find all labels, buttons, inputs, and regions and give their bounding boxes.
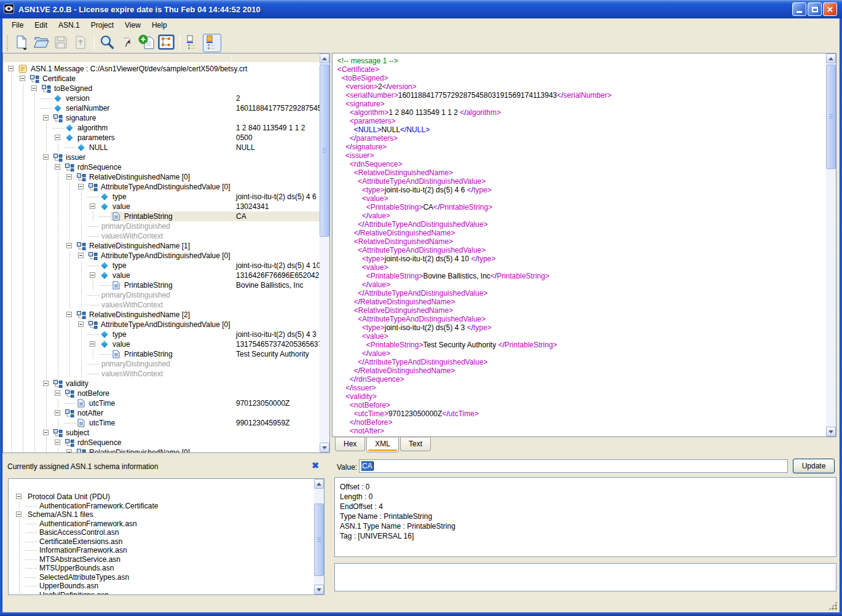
- tree-row[interactable]: issuer: [3, 152, 320, 162]
- tree-row[interactable]: subject: [3, 428, 320, 438]
- menu-file[interactable]: File: [6, 20, 29, 31]
- menu-project[interactable]: Project: [85, 20, 119, 31]
- tree-row[interactable]: notBefore: [3, 389, 320, 398]
- tab-xml[interactable]: XML: [366, 437, 399, 452]
- schema-row[interactable]: UpperBounds.asn: [9, 582, 313, 591]
- tree-row[interactable]: RelativeDistinguishedName [1]: [3, 241, 320, 251]
- schema-row[interactable]: MTSUpperBounds.asn: [9, 564, 313, 573]
- tree-expander-minus[interactable]: [87, 339, 99, 349]
- tree-expander-minus[interactable]: [76, 251, 87, 261]
- tree-row[interactable]: PrintableStringCA: [3, 211, 320, 221]
- tree-row[interactable]: utcTime970123050000Z: [3, 398, 320, 408]
- schema-row[interactable]: CertificateExtensions.asn: [9, 537, 313, 547]
- goto-marker-button[interactable]: [117, 34, 136, 52]
- tree-row[interactable]: rdnSequence: [3, 162, 320, 172]
- tree-row[interactable]: value1316426F76696E6520426...: [3, 270, 320, 280]
- tree-expander-minus[interactable]: [41, 113, 52, 123]
- tree-scrollbar[interactable]: [320, 53, 329, 452]
- tree-expander-minus[interactable]: [52, 389, 64, 398]
- tree-row[interactable]: rdnSequence: [3, 438, 320, 448]
- schema-row[interactable]: Protocol Data Unit (PDU): [9, 492, 313, 502]
- tree-expander-minus[interactable]: [52, 408, 64, 418]
- tree-row[interactable]: Certificate: [3, 74, 320, 84]
- tree-row[interactable]: version2: [3, 93, 320, 103]
- tree-row[interactable]: RelativeDistinguishedName [0]: [3, 448, 320, 452]
- scroll-up-icon[interactable]: [826, 53, 836, 63]
- tree-row[interactable]: validity: [3, 379, 320, 389]
- schema-row[interactable]: MTSAbstractService.asn: [9, 555, 313, 564]
- tree-row[interactable]: typejoint-iso-itu-t(2) ds(5) 4 6: [3, 192, 320, 202]
- scroll-up-icon[interactable]: [314, 479, 324, 489]
- tree-expander-minus[interactable]: [6, 64, 17, 74]
- scroll-thumb[interactable]: [314, 503, 324, 576]
- expand-tree-button[interactable]: [203, 34, 221, 52]
- tree-row[interactable]: valuesWithContext: [3, 369, 320, 379]
- scroll-down-icon[interactable]: [826, 427, 836, 436]
- tree-row[interactable]: RelativeDistinguishedName [0]: [3, 172, 320, 182]
- tree-row[interactable]: NULLNULL: [3, 143, 320, 152]
- tree-row[interactable]: serialNumber160118841775729287545...: [3, 103, 320, 113]
- column-splitter[interactable]: [231, 55, 232, 61]
- maximize-button[interactable]: [808, 2, 822, 16]
- menu-asn-1[interactable]: ASN.1: [53, 20, 85, 31]
- tree-expander-minus[interactable]: [41, 428, 52, 438]
- tree-row[interactable]: value13024341: [3, 202, 320, 211]
- menu-edit[interactable]: Edit: [29, 20, 53, 31]
- tree-view-button[interactable]: [157, 34, 175, 52]
- schema-close-button[interactable]: ✖: [310, 460, 321, 471]
- tree-expander-minus[interactable]: [29, 84, 41, 93]
- tree-row[interactable]: toBeSigned: [3, 84, 320, 93]
- schema-row[interactable]: BasicAccessControl.asn: [9, 528, 313, 537]
- tree-row[interactable]: valuesWithContext: [3, 231, 320, 241]
- close-button[interactable]: ✕: [823, 2, 837, 16]
- tree-row[interactable]: typejoint-iso-itu-t(2) ds(5) 4 3: [3, 330, 320, 339]
- update-button[interactable]: Update: [793, 459, 835, 473]
- toolbar-handle[interactable]: [6, 35, 9, 51]
- schema-scrollbar[interactable]: [314, 479, 324, 594]
- tree-expander-minus[interactable]: [87, 270, 99, 280]
- tree-row[interactable]: AttributeTypeAndDistinguishedValue [0]: [3, 182, 320, 192]
- scroll-down-icon[interactable]: [314, 585, 324, 594]
- scroll-thumb[interactable]: [826, 65, 836, 169]
- tree-row[interactable]: valuesWithContext: [3, 300, 320, 310]
- tree-row[interactable]: AttributeTypeAndDistinguishedValue [0]: [3, 320, 320, 330]
- save-as-button[interactable]: [71, 34, 90, 52]
- tree-row[interactable]: primaryDistinguished: [3, 290, 320, 300]
- scroll-down-icon[interactable]: [320, 443, 329, 452]
- collapse-tree-button[interactable]: [183, 34, 202, 52]
- menu-view[interactable]: View: [119, 20, 146, 31]
- minimize-button[interactable]: [792, 2, 806, 16]
- new-file-button[interactable]: [12, 34, 31, 52]
- tree-expander-minus[interactable]: [52, 438, 64, 448]
- search-button[interactable]: [98, 34, 116, 52]
- tree-expander-minus[interactable]: [76, 182, 87, 192]
- tree-row[interactable]: primaryDistinguished: [3, 221, 320, 231]
- tab-text[interactable]: Text: [400, 437, 431, 451]
- tree-row[interactable]: AttributeTypeAndDistinguishedValue [0]: [3, 251, 320, 261]
- resize-grip-icon[interactable]: [828, 601, 837, 610]
- tree-row[interactable]: signature: [3, 113, 320, 123]
- save-file-button[interactable]: [52, 34, 70, 52]
- tree-row[interactable]: parameters0500: [3, 133, 320, 143]
- tree-expander-minus[interactable]: [52, 162, 64, 172]
- schema-row[interactable]: AuthenticationFramework.asn: [9, 519, 313, 529]
- tree-row[interactable]: PrintableStringTest Security Authority: [3, 349, 320, 359]
- tree-row[interactable]: primaryDistinguished: [3, 359, 320, 369]
- tree-row[interactable]: ASN.1 Message : C:/Asn1ViewerQt/dev/samp…: [3, 64, 320, 74]
- title-bar[interactable]: ASN1VE 2.0.B - License expire date is Th…: [0, 0, 842, 18]
- schema-row[interactable]: SelectedAttributeTypes.asn: [9, 573, 313, 582]
- tree-expander-minus[interactable]: [14, 510, 25, 519]
- open-file-button[interactable]: [32, 34, 50, 52]
- tree-row[interactable]: value131754657374205365637...: [3, 339, 320, 349]
- tree-expander-minus[interactable]: [76, 320, 87, 330]
- xml-scrollbar[interactable]: [826, 53, 836, 436]
- tree-row[interactable]: utcTime990123045959Z: [3, 418, 320, 428]
- tree-expander-minus[interactable]: [52, 133, 64, 143]
- scroll-up-icon[interactable]: [320, 53, 329, 63]
- tree-expander-minus[interactable]: [14, 492, 25, 502]
- tree-expander-minus[interactable]: [64, 172, 76, 182]
- schema-row[interactable]: Schema/ASN.1 files: [9, 510, 313, 519]
- value-input[interactable]: CA: [359, 459, 788, 473]
- tree-expander-minus[interactable]: [64, 310, 76, 320]
- schema-row[interactable]: AuthenticationFramework.Certificate: [9, 502, 313, 511]
